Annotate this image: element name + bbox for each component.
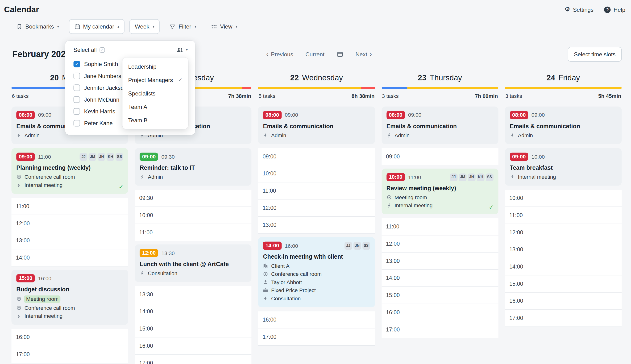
time-slot[interactable]: 09:30 [135, 190, 252, 207]
event-card[interactable]: 15:0016:00Budget discussionMeeting roomC… [11, 270, 128, 325]
avatar-group: JJJNSS [344, 242, 370, 250]
checkbox-checked[interactable]: ✓ [74, 60, 80, 67]
checkbox-unchecked[interactable] [74, 120, 80, 126]
select-time-slots-button[interactable]: Select time slots [568, 47, 622, 62]
event-card[interactable]: 10:0011:00JJJMJNKHSSReview meeting (week… [382, 168, 498, 214]
event-card[interactable]: 08:0009:00Emails & communicationAdmin [505, 106, 622, 144]
time-slot[interactable]: 17:00 [258, 329, 375, 346]
meta-text: Consultation [148, 270, 177, 276]
group-option[interactable]: Project Managers✓ [122, 73, 188, 86]
day-header: 23Thursday [382, 68, 498, 87]
group-option[interactable]: Team A [122, 100, 188, 114]
time-slot[interactable]: 17:00 [382, 321, 498, 338]
select-all-option[interactable]: Select all ✓ [74, 46, 105, 53]
event-card[interactable]: 08:0009:00Emails & communicationAdmin [382, 106, 498, 144]
time-slot[interactable]: 13:30 [135, 286, 252, 304]
time-slot[interactable]: 16:00 [11, 329, 128, 346]
checkbox-unchecked[interactable] [74, 96, 80, 103]
time-slot[interactable]: 11:00 [258, 182, 375, 200]
time-slot[interactable]: 13:00 [258, 217, 375, 234]
checkbox-unchecked[interactable] [74, 84, 80, 91]
settings-button[interactable]: ⚙ Settings [564, 6, 594, 13]
checkbox-unchecked[interactable] [74, 108, 80, 114]
day-items: 08:0009:00Emails & communicationAdmin09:… [135, 106, 252, 364]
filter-button[interactable]: Filter ▾ [164, 20, 201, 34]
time-slot[interactable]: 11:00 [11, 198, 128, 215]
event-card[interactable]: 12:0013:30Lunch with the client @ ArtCaf… [135, 244, 252, 282]
view-button[interactable]: View ▾ [206, 20, 242, 34]
time-slot[interactable]: 14:00 [382, 270, 498, 287]
time-slot[interactable]: 14:00 [11, 250, 128, 267]
help-button[interactable]: ? Help [604, 6, 625, 13]
top-actions: ⚙ Settings ? Help [564, 6, 625, 13]
time-slot[interactable]: 17:00 [135, 355, 252, 364]
next-button[interactable]: Next › [356, 51, 372, 58]
person-icon [263, 279, 268, 285]
time-slot-label: 13:30 [139, 292, 153, 298]
end-time: 11:00 [38, 154, 51, 160]
group-option[interactable]: Team B [122, 114, 188, 127]
time-slot[interactable]: 16:00 [505, 292, 622, 310]
event-card[interactable]: 09:0009:30Reminder: talk to ITAdmin [135, 148, 252, 186]
time-slot[interactable]: 14:00 [505, 258, 622, 276]
time-slot[interactable]: 10:00 [505, 190, 622, 207]
event-card[interactable]: 09:0010:00Team breakfastInternal meeting [505, 148, 622, 186]
end-time: 10:00 [532, 154, 545, 160]
chevron-down-icon: ▾ [186, 48, 188, 52]
time-slot[interactable]: 12:00 [382, 236, 498, 253]
time-slot[interactable]: 16:00 [382, 304, 498, 321]
day-duration: 5h 45min [598, 93, 621, 99]
event-card[interactable]: 09:0011:00JJJMJNKHSSPlanning meeting (we… [11, 148, 128, 194]
bookmarks-button[interactable]: Bookmarks ▾ [11, 20, 64, 34]
time-slot[interactable]: 12:00 [505, 224, 622, 242]
time-slot[interactable]: 12:00 [258, 200, 375, 217]
category-icon [386, 203, 392, 208]
my-calendar-button[interactable]: My calendar ▴ [69, 19, 125, 34]
time-slot[interactable]: 13:00 [505, 241, 622, 258]
time-slot[interactable]: 16:00 [258, 312, 375, 329]
time-slot[interactable]: 14:00 [135, 303, 252, 320]
time-slot-label: 17:00 [509, 315, 523, 321]
view-label: View [220, 23, 232, 30]
category-icon [140, 174, 145, 180]
time-slot[interactable]: 10:00 [135, 207, 252, 224]
meta-text: Taylor Abbott [271, 279, 302, 285]
time-slot[interactable]: 15:00 [135, 320, 252, 338]
time-slot[interactable]: 10:00 [258, 165, 375, 182]
time-slot[interactable]: 11:00 [505, 207, 622, 224]
select-all-label: Select all [74, 46, 97, 53]
time-slot[interactable]: 11:00 [135, 224, 252, 242]
time-slot[interactable]: 15:00 [382, 287, 498, 304]
event-card[interactable]: 08:0009:00Emails & communicationAdmin [258, 106, 375, 144]
time-slot[interactable]: 12:00 [11, 215, 128, 232]
previous-button[interactable]: ‹ Previous [266, 51, 293, 58]
groups-toggle-button[interactable]: ▾ [176, 47, 188, 52]
day-number: 22 [290, 74, 299, 82]
group-option[interactable]: Specialists [122, 86, 188, 100]
meta-text: Internal meeting [394, 202, 432, 208]
chevron-down-icon: ▾ [236, 24, 238, 28]
progress-segment-red [361, 87, 375, 89]
current-button[interactable]: Current [305, 51, 324, 58]
time-slot[interactable]: 09:00 [382, 148, 498, 165]
week-view-button[interactable]: Week ▾ [130, 19, 160, 34]
time-slot[interactable]: 15:00 [505, 276, 622, 293]
calendar-nav-icon[interactable] [337, 51, 343, 58]
end-time: 09:30 [162, 154, 175, 160]
group-label: Project Managers [128, 76, 173, 83]
time-slot[interactable]: 13:00 [382, 253, 498, 270]
group-option[interactable]: Leadership [122, 60, 188, 73]
checkbox-unchecked[interactable] [74, 72, 80, 79]
event-meta-row: Consultation [140, 269, 247, 277]
time-slot[interactable]: 17:00 [505, 310, 622, 327]
time-slot[interactable]: 13:00 [11, 232, 128, 250]
time-slot[interactable]: 16:00 [135, 338, 252, 355]
event-card[interactable]: 14:0016:00JJJNSSCheck-in meeting with cl… [258, 237, 375, 308]
time-slot[interactable]: 11:00 [382, 218, 498, 236]
time-slot[interactable]: 09:00 [258, 148, 375, 165]
time-slot-label: 15:00 [139, 326, 153, 332]
time-slot[interactable]: 17:00 [11, 346, 128, 363]
filter-icon [170, 24, 176, 30]
avatar: JN [468, 173, 475, 181]
task-count: 3 tasks [505, 93, 522, 99]
